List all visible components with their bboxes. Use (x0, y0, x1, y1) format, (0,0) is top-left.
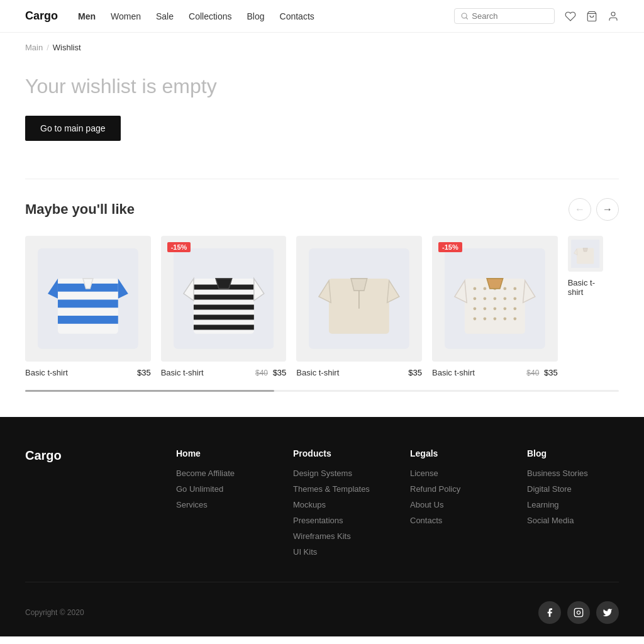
instagram-icon[interactable] (567, 601, 590, 624)
footer-col-products: Products Design Systems Themes & Templat… (293, 448, 385, 563)
discount-badge-4: -15% (438, 242, 462, 252)
nav-contacts[interactable]: Contacts (280, 11, 314, 21)
svg-point-3 (611, 12, 615, 16)
heart-icon (565, 11, 576, 22)
logo[interactable]: Cargo (25, 9, 58, 23)
footer-col-blog: Blog Business Stories Digital Store Lear… (527, 448, 619, 563)
footer-link-presentations[interactable]: Presentations (293, 516, 385, 525)
product-image-1[interactable] (25, 236, 151, 362)
header: Cargo Men Women Sale Collections Blog Co… (0, 0, 644, 33)
svg-rect-16 (194, 304, 254, 309)
svg-point-38 (503, 297, 506, 300)
product-image-5[interactable] (568, 236, 604, 272)
copyright: Copyright © 2020 (25, 608, 84, 617)
footer-link-license[interactable]: License (410, 469, 502, 478)
footer-link-mockups[interactable]: Mockups (293, 500, 385, 509)
progress-bar-wrap (25, 390, 619, 392)
product-image-3[interactable] (296, 236, 422, 362)
rec-title: Maybe you'll like (25, 201, 135, 218)
footer-col-products-title: Products (293, 448, 385, 458)
recommendations-section: Maybe you'll like ← → (0, 179, 644, 417)
svg-point-47 (493, 317, 496, 320)
footer-link-refund[interactable]: Refund Policy (410, 484, 502, 494)
search-input[interactable] (472, 11, 548, 21)
footer-col-legals: Legals License Refund Policy About Us Co… (410, 448, 502, 563)
footer-link-contacts[interactable]: Contacts (410, 516, 502, 525)
go-to-main-button[interactable]: Go to main page (25, 116, 121, 141)
rec-prev-button[interactable]: ← (569, 198, 591, 221)
social-icons (538, 601, 619, 624)
wishlist-button[interactable] (565, 11, 576, 22)
product-card-2: -15% Basic (161, 236, 287, 377)
nav-sale[interactable]: Sale (156, 11, 174, 21)
progress-bar (25, 390, 274, 392)
footer-link-unlimited[interactable]: Go Unlimited (176, 484, 268, 494)
new-price-4: $35 (544, 368, 558, 377)
svg-point-37 (493, 297, 496, 300)
nav-blog[interactable]: Blog (247, 11, 265, 21)
footer-link-digital[interactable]: Digital Store (527, 484, 619, 494)
account-button[interactable] (608, 11, 619, 22)
product-image-2[interactable]: -15% (161, 236, 287, 362)
footer-link-wireframes[interactable]: Wireframes Kits (293, 531, 385, 541)
product-card-1: Basic t-shirt $35 (25, 236, 151, 377)
breadcrumb-sep: / (47, 43, 49, 52)
footer-link-services[interactable]: Services (176, 500, 268, 509)
footer-link-uikits[interactable]: UI Kits (293, 547, 385, 557)
svg-point-35 (474, 297, 477, 300)
nav-men[interactable]: Men (78, 11, 96, 21)
footer-link-about[interactable]: About Us (410, 500, 502, 509)
product-price-1: $35 (137, 368, 151, 377)
svg-marker-24 (351, 279, 367, 291)
footer-bottom: Copyright © 2020 (25, 582, 619, 636)
svg-point-31 (483, 287, 486, 290)
svg-point-39 (513, 297, 516, 300)
rec-next-button[interactable]: → (596, 198, 619, 221)
product-card-3: Basic t-shirt $35 (296, 236, 422, 377)
product-price-4: $40 $35 (526, 368, 557, 377)
cart-button[interactable] (586, 11, 597, 22)
svg-point-48 (503, 317, 506, 320)
svg-point-41 (483, 307, 486, 310)
product-info-3: Basic t-shirt $35 (296, 368, 422, 377)
product-price-2: $40 $35 (255, 368, 286, 377)
svg-point-49 (513, 317, 516, 320)
twitter-icon[interactable] (596, 601, 619, 624)
product-name-2: Basic t-shirt (161, 368, 204, 377)
svg-point-40 (474, 307, 477, 310)
product-info-5: Basic t-shirt (568, 278, 604, 297)
product-card-5: Basic t-shirt (568, 236, 604, 377)
footer-link-learning[interactable]: Learning (527, 500, 619, 509)
header-actions (454, 8, 619, 24)
svg-point-46 (483, 317, 486, 320)
product-image-4[interactable]: -15% (432, 236, 558, 362)
breadcrumb-main[interactable]: Main (25, 43, 43, 52)
footer-col-home: Home Become Affiliate Go Unlimited Servi… (176, 448, 268, 563)
footer-link-affiliate[interactable]: Become Affiliate (176, 469, 268, 478)
search-bar[interactable] (454, 8, 555, 24)
svg-rect-15 (194, 294, 254, 299)
footer-link-design[interactable]: Design Systems (293, 469, 385, 478)
facebook-icon[interactable] (538, 601, 561, 624)
svg-point-43 (503, 307, 506, 310)
breadcrumb-current: Wishlist (53, 43, 81, 52)
footer-link-social[interactable]: Social Media (527, 516, 619, 525)
search-icon (461, 12, 468, 20)
footer-logo: Cargo (25, 448, 151, 563)
product-price-3: $35 (408, 368, 422, 377)
footer-grid: Cargo Home Become Affiliate Go Unlimited… (25, 448, 619, 563)
svg-rect-7 (58, 299, 118, 308)
svg-rect-8 (58, 316, 118, 324)
user-icon (608, 11, 619, 22)
svg-rect-18 (194, 325, 254, 330)
svg-marker-19 (216, 279, 232, 289)
wishlist-empty-message: Your wishlist is empty (25, 75, 619, 98)
nav-women[interactable]: Women (111, 11, 141, 21)
nav-collections[interactable]: Collections (189, 11, 231, 21)
product-card-4: -15% (432, 236, 558, 377)
footer: Cargo Home Become Affiliate Go Unlimited… (0, 417, 644, 636)
product-name-5: Basic t-shirt (568, 278, 604, 297)
footer-link-business[interactable]: Business Stories (527, 469, 619, 478)
rec-header: Maybe you'll like ← → (25, 198, 619, 221)
footer-link-themes[interactable]: Themes & Templates (293, 484, 385, 494)
